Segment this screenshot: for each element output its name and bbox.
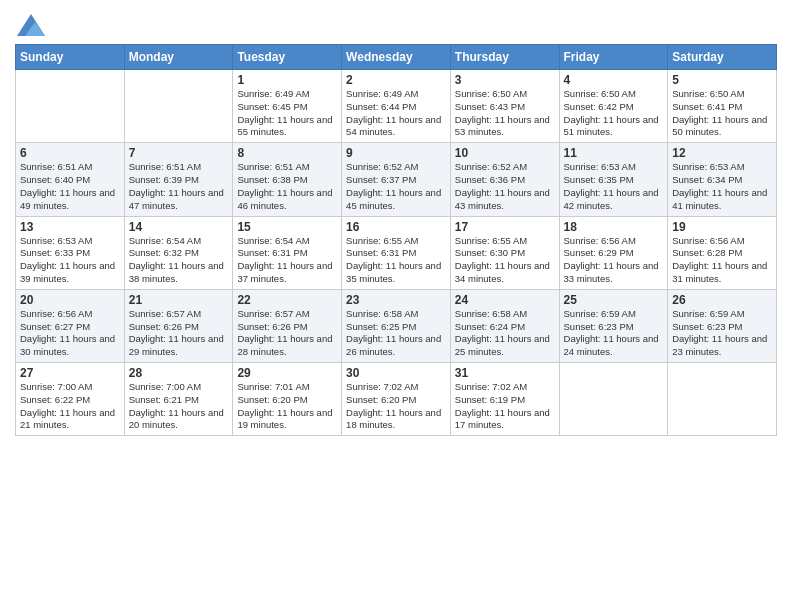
day-info: Sunrise: 6:51 AM Sunset: 6:38 PM Dayligh… [237,161,337,212]
calendar-day: 28Sunrise: 7:00 AM Sunset: 6:21 PM Dayli… [124,363,233,436]
day-info: Sunrise: 6:54 AM Sunset: 6:31 PM Dayligh… [237,235,337,286]
day-info: Sunrise: 6:51 AM Sunset: 6:39 PM Dayligh… [129,161,229,212]
calendar-day: 30Sunrise: 7:02 AM Sunset: 6:20 PM Dayli… [342,363,451,436]
day-header: Monday [124,45,233,70]
calendar-day: 15Sunrise: 6:54 AM Sunset: 6:31 PM Dayli… [233,216,342,289]
day-number: 20 [20,293,120,307]
day-number: 16 [346,220,446,234]
day-header: Wednesday [342,45,451,70]
calendar-day: 1Sunrise: 6:49 AM Sunset: 6:45 PM Daylig… [233,70,342,143]
day-info: Sunrise: 6:53 AM Sunset: 6:34 PM Dayligh… [672,161,772,212]
day-number: 24 [455,293,555,307]
day-info: Sunrise: 6:59 AM Sunset: 6:23 PM Dayligh… [564,308,664,359]
day-info: Sunrise: 6:55 AM Sunset: 6:31 PM Dayligh… [346,235,446,286]
empty-day [668,363,777,436]
day-info: Sunrise: 6:52 AM Sunset: 6:36 PM Dayligh… [455,161,555,212]
day-info: Sunrise: 7:02 AM Sunset: 6:19 PM Dayligh… [455,381,555,432]
day-number: 12 [672,146,772,160]
day-number: 26 [672,293,772,307]
calendar-day: 13Sunrise: 6:53 AM Sunset: 6:33 PM Dayli… [16,216,125,289]
calendar-day: 11Sunrise: 6:53 AM Sunset: 6:35 PM Dayli… [559,143,668,216]
day-info: Sunrise: 7:02 AM Sunset: 6:20 PM Dayligh… [346,381,446,432]
calendar-day: 25Sunrise: 6:59 AM Sunset: 6:23 PM Dayli… [559,289,668,362]
day-number: 19 [672,220,772,234]
calendar-day: 14Sunrise: 6:54 AM Sunset: 6:32 PM Dayli… [124,216,233,289]
day-info: Sunrise: 6:59 AM Sunset: 6:23 PM Dayligh… [672,308,772,359]
calendar-day: 9Sunrise: 6:52 AM Sunset: 6:37 PM Daylig… [342,143,451,216]
calendar-day: 21Sunrise: 6:57 AM Sunset: 6:26 PM Dayli… [124,289,233,362]
calendar-day: 3Sunrise: 6:50 AM Sunset: 6:43 PM Daylig… [450,70,559,143]
day-number: 28 [129,366,229,380]
day-number: 15 [237,220,337,234]
day-number: 6 [20,146,120,160]
day-info: Sunrise: 6:53 AM Sunset: 6:33 PM Dayligh… [20,235,120,286]
empty-day [16,70,125,143]
day-info: Sunrise: 6:50 AM Sunset: 6:43 PM Dayligh… [455,88,555,139]
day-info: Sunrise: 7:00 AM Sunset: 6:22 PM Dayligh… [20,381,120,432]
calendar-day: 2Sunrise: 6:49 AM Sunset: 6:44 PM Daylig… [342,70,451,143]
calendar-day: 22Sunrise: 6:57 AM Sunset: 6:26 PM Dayli… [233,289,342,362]
page: SundayMondayTuesdayWednesdayThursdayFrid… [0,0,792,451]
empty-day [559,363,668,436]
day-number: 21 [129,293,229,307]
day-number: 3 [455,73,555,87]
calendar-day: 18Sunrise: 6:56 AM Sunset: 6:29 PM Dayli… [559,216,668,289]
day-number: 4 [564,73,664,87]
header [15,10,777,36]
day-number: 5 [672,73,772,87]
day-number: 29 [237,366,337,380]
day-number: 30 [346,366,446,380]
day-number: 7 [129,146,229,160]
day-header: Saturday [668,45,777,70]
calendar-day: 29Sunrise: 7:01 AM Sunset: 6:20 PM Dayli… [233,363,342,436]
day-number: 8 [237,146,337,160]
day-number: 22 [237,293,337,307]
logo [15,14,45,36]
empty-day [124,70,233,143]
calendar-day: 6Sunrise: 6:51 AM Sunset: 6:40 PM Daylig… [16,143,125,216]
day-info: Sunrise: 6:49 AM Sunset: 6:44 PM Dayligh… [346,88,446,139]
calendar-day: 20Sunrise: 6:56 AM Sunset: 6:27 PM Dayli… [16,289,125,362]
day-number: 1 [237,73,337,87]
day-number: 25 [564,293,664,307]
day-info: Sunrise: 6:57 AM Sunset: 6:26 PM Dayligh… [129,308,229,359]
day-header: Tuesday [233,45,342,70]
calendar-day: 24Sunrise: 6:58 AM Sunset: 6:24 PM Dayli… [450,289,559,362]
day-number: 11 [564,146,664,160]
day-header: Sunday [16,45,125,70]
day-info: Sunrise: 6:56 AM Sunset: 6:27 PM Dayligh… [20,308,120,359]
calendar-day: 8Sunrise: 6:51 AM Sunset: 6:38 PM Daylig… [233,143,342,216]
day-info: Sunrise: 6:53 AM Sunset: 6:35 PM Dayligh… [564,161,664,212]
day-number: 9 [346,146,446,160]
day-number: 27 [20,366,120,380]
day-header: Thursday [450,45,559,70]
day-info: Sunrise: 6:55 AM Sunset: 6:30 PM Dayligh… [455,235,555,286]
day-info: Sunrise: 6:56 AM Sunset: 6:29 PM Dayligh… [564,235,664,286]
calendar-day: 26Sunrise: 6:59 AM Sunset: 6:23 PM Dayli… [668,289,777,362]
calendar-day: 10Sunrise: 6:52 AM Sunset: 6:36 PM Dayli… [450,143,559,216]
calendar-day: 5Sunrise: 6:50 AM Sunset: 6:41 PM Daylig… [668,70,777,143]
logo-icon [17,14,45,36]
day-info: Sunrise: 6:50 AM Sunset: 6:41 PM Dayligh… [672,88,772,139]
calendar-day: 19Sunrise: 6:56 AM Sunset: 6:28 PM Dayli… [668,216,777,289]
day-info: Sunrise: 6:58 AM Sunset: 6:24 PM Dayligh… [455,308,555,359]
day-number: 31 [455,366,555,380]
day-info: Sunrise: 6:51 AM Sunset: 6:40 PM Dayligh… [20,161,120,212]
calendar-table: SundayMondayTuesdayWednesdayThursdayFrid… [15,44,777,436]
calendar-day: 12Sunrise: 6:53 AM Sunset: 6:34 PM Dayli… [668,143,777,216]
day-number: 17 [455,220,555,234]
day-info: Sunrise: 6:54 AM Sunset: 6:32 PM Dayligh… [129,235,229,286]
day-number: 14 [129,220,229,234]
calendar-day: 23Sunrise: 6:58 AM Sunset: 6:25 PM Dayli… [342,289,451,362]
day-number: 10 [455,146,555,160]
calendar-day: 27Sunrise: 7:00 AM Sunset: 6:22 PM Dayli… [16,363,125,436]
day-info: Sunrise: 6:49 AM Sunset: 6:45 PM Dayligh… [237,88,337,139]
day-number: 2 [346,73,446,87]
day-info: Sunrise: 6:56 AM Sunset: 6:28 PM Dayligh… [672,235,772,286]
day-info: Sunrise: 6:52 AM Sunset: 6:37 PM Dayligh… [346,161,446,212]
day-number: 23 [346,293,446,307]
calendar-day: 31Sunrise: 7:02 AM Sunset: 6:19 PM Dayli… [450,363,559,436]
day-number: 13 [20,220,120,234]
day-number: 18 [564,220,664,234]
calendar-day: 7Sunrise: 6:51 AM Sunset: 6:39 PM Daylig… [124,143,233,216]
